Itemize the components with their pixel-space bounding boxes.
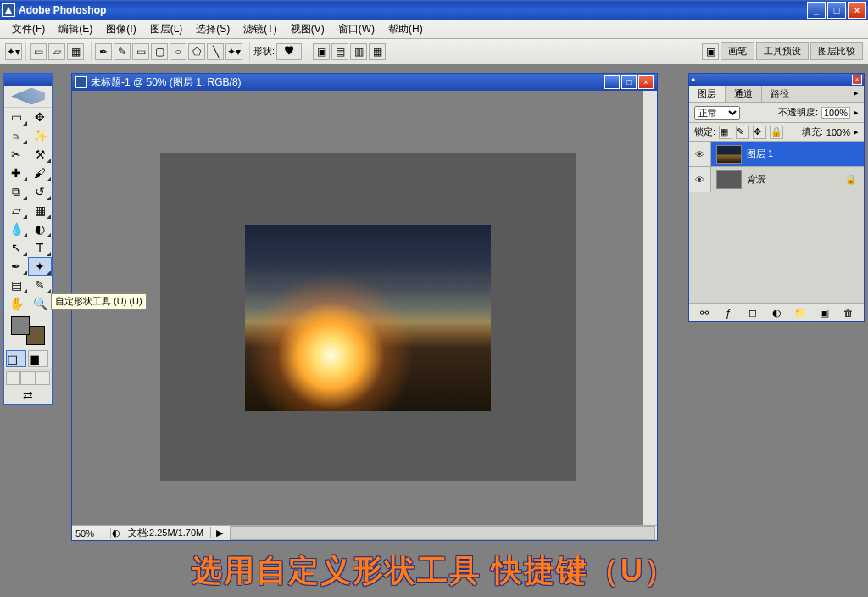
- healing-brush-tool[interactable]: ✚: [4, 164, 28, 182]
- path-selection-tool[interactable]: ↖: [4, 238, 28, 257]
- hand-tool[interactable]: ✋: [4, 294, 28, 313]
- lock-all-icon[interactable]: 🔒: [770, 126, 783, 139]
- delete-layer-icon[interactable]: 🗑: [841, 306, 856, 320]
- close-button[interactable]: ×: [848, 2, 866, 19]
- zoom-tool[interactable]: 🔍: [28, 294, 52, 313]
- visibility-toggle-icon[interactable]: 👁: [689, 142, 711, 166]
- screen-mode-standard[interactable]: [6, 371, 20, 385]
- panel-menu-icon[interactable]: ▸: [849, 86, 864, 102]
- lock-image-icon[interactable]: ✎: [736, 126, 749, 139]
- menu-file[interactable]: 文件(F): [5, 20, 52, 38]
- tab-layers[interactable]: 图层: [689, 86, 726, 102]
- standard-mode-button[interactable]: ◻: [6, 350, 26, 367]
- layer-row[interactable]: 👁 背景 🔒: [689, 167, 864, 192]
- pen-icon[interactable]: ✒: [95, 43, 112, 60]
- line-shape-icon[interactable]: ╲: [207, 43, 224, 60]
- menu-layer[interactable]: 图层(L): [143, 20, 190, 38]
- menu-edit[interactable]: 编辑(E): [52, 20, 99, 38]
- quickmask-mode-button[interactable]: ◼: [28, 350, 48, 367]
- new-layer-icon[interactable]: ▣: [817, 306, 832, 320]
- doc-close-button[interactable]: ×: [638, 75, 654, 89]
- layer-row[interactable]: 👁 图层 1: [689, 142, 864, 167]
- tab-paths[interactable]: 路径: [762, 86, 798, 102]
- layer-mask-icon[interactable]: ◻: [745, 306, 760, 320]
- doc-maximize-button[interactable]: □: [621, 75, 637, 89]
- zoom-field[interactable]: 50%: [72, 528, 111, 538]
- history-brush-tool[interactable]: ↺: [28, 182, 52, 201]
- move-tool[interactable]: ✥: [28, 108, 52, 126]
- polygon-shape-icon[interactable]: ⬠: [188, 43, 205, 60]
- maximize-button[interactable]: □: [827, 2, 846, 19]
- menu-window[interactable]: 窗口(W): [331, 20, 381, 38]
- slice-tool[interactable]: ⚒: [28, 145, 52, 164]
- layer-name[interactable]: 图层 1: [747, 148, 864, 160]
- palette-toggle-icon[interactable]: ▣: [702, 43, 719, 60]
- status-play-icon[interactable]: ▶: [210, 527, 228, 538]
- brush-tool[interactable]: 🖌: [28, 164, 52, 182]
- blend-mode-select[interactable]: 正常: [694, 106, 740, 120]
- custom-shape-tool[interactable]: ✦: [28, 257, 52, 276]
- color-swatches[interactable]: [11, 316, 45, 345]
- screen-mode-full-menubar[interactable]: [20, 371, 35, 385]
- canvas-area[interactable]: [72, 91, 657, 525]
- horizontal-scrollbar[interactable]: [230, 526, 655, 540]
- canvas[interactable]: [160, 153, 576, 481]
- gradient-tool[interactable]: ▦: [28, 201, 52, 220]
- type-tool[interactable]: T: [28, 238, 52, 257]
- rectangle-shape-icon[interactable]: ▭: [132, 43, 149, 60]
- tool-preset-picker[interactable]: ✦▾: [5, 43, 22, 60]
- shape-picker[interactable]: [276, 43, 302, 60]
- vertical-scrollbar[interactable]: [643, 91, 657, 108]
- menu-select[interactable]: 选择(S): [189, 20, 236, 38]
- minimize-button[interactable]: _: [807, 2, 826, 19]
- blur-tool[interactable]: 💧: [4, 220, 28, 238]
- magic-wand-tool[interactable]: ✨: [28, 126, 52, 145]
- notes-tool[interactable]: ▤: [4, 276, 28, 294]
- doc-info[interactable]: 文档:2.25M/1.70M: [121, 527, 210, 539]
- fill-pixels-mode-icon[interactable]: ▦: [67, 43, 84, 60]
- ellipse-shape-icon[interactable]: ○: [170, 43, 186, 60]
- opacity-value[interactable]: 100%: [821, 107, 850, 119]
- eraser-tool[interactable]: ▱: [4, 201, 28, 220]
- combine-subtract-icon[interactable]: ▤: [331, 43, 348, 60]
- lasso-tool[interactable]: ⟉: [4, 126, 28, 145]
- palette-tab-layer-comps[interactable]: 图层比较: [810, 42, 863, 60]
- screen-mode-full[interactable]: [36, 371, 50, 385]
- toolbox-header[interactable]: [4, 74, 52, 86]
- clone-stamp-tool[interactable]: ⧉: [4, 182, 28, 201]
- layer-style-icon[interactable]: ƒ: [721, 306, 736, 320]
- combine-add-icon[interactable]: ▣: [313, 43, 330, 60]
- palette-tab-brushes[interactable]: 画笔: [721, 42, 754, 60]
- layers-panel-header[interactable]: ● ×: [689, 74, 864, 86]
- freeform-pen-icon[interactable]: ✎: [114, 43, 131, 60]
- doc-minimize-button[interactable]: _: [604, 75, 620, 89]
- layer-group-icon[interactable]: 📁: [793, 306, 808, 320]
- opacity-slider-icon[interactable]: ▸: [854, 107, 859, 118]
- visibility-toggle-icon[interactable]: 👁: [689, 167, 711, 192]
- menu-image[interactable]: 图像(I): [99, 20, 142, 38]
- palette-tab-tool-presets[interactable]: 工具预设: [756, 42, 809, 60]
- adjustment-layer-icon[interactable]: ◐: [769, 306, 784, 320]
- lock-transparency-icon[interactable]: ▦: [719, 126, 732, 139]
- fill-slider-icon[interactable]: ▸: [854, 126, 859, 137]
- foreground-color-swatch[interactable]: [11, 316, 30, 335]
- rounded-rect-shape-icon[interactable]: ▢: [151, 43, 168, 60]
- dodge-tool[interactable]: ◐: [28, 220, 52, 238]
- tab-channels[interactable]: 通道: [726, 86, 762, 102]
- layers-panel-close-icon[interactable]: ×: [852, 75, 862, 85]
- crop-tool[interactable]: ✂: [4, 145, 28, 164]
- paths-mode-icon[interactable]: ▱: [48, 43, 65, 60]
- menu-view[interactable]: 视图(V): [284, 20, 331, 38]
- layer-name[interactable]: 背景: [747, 173, 845, 186]
- marquee-tool[interactable]: ▭: [4, 108, 28, 126]
- combine-exclude-icon[interactable]: ▦: [369, 43, 386, 60]
- combine-intersect-icon[interactable]: ▥: [350, 43, 367, 60]
- eyedropper-tool[interactable]: ✎: [28, 276, 52, 294]
- imageready-jump-icon[interactable]: ⇄: [4, 387, 52, 404]
- custom-shape-icon[interactable]: ✦▾: [225, 43, 242, 60]
- pen-tool[interactable]: ✒: [4, 257, 28, 276]
- fill-value[interactable]: 100%: [826, 127, 850, 137]
- shape-layers-mode-icon[interactable]: ▭: [30, 43, 47, 60]
- menu-help[interactable]: 帮助(H): [381, 20, 430, 38]
- lock-position-icon[interactable]: ✥: [753, 126, 766, 139]
